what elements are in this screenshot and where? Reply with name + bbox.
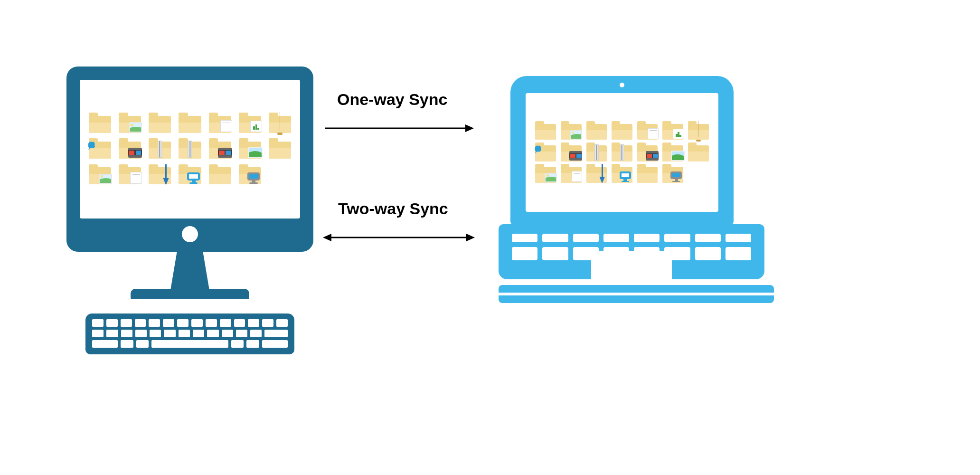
folder-zip-icon [149, 140, 171, 159]
folder-icon [209, 165, 231, 184]
arrow-right-icon [323, 119, 475, 138]
folder-landscape-icon [662, 143, 683, 161]
folder-lamp-icon [688, 122, 709, 140]
folder-video-icon [119, 140, 141, 159]
folder-icon [535, 122, 556, 140]
folder-icon [612, 122, 632, 140]
folder-image-icon [535, 165, 556, 183]
laptop-screen [526, 93, 718, 212]
folder-icon [179, 114, 201, 133]
keyboard-icon [85, 314, 294, 354]
folder-icon [586, 122, 607, 140]
folder-zip-icon [612, 143, 632, 161]
laptop-lid-icon [510, 76, 734, 225]
folder-pc-icon [239, 165, 261, 184]
laptop-computer [499, 76, 745, 303]
laptop-body-icon [499, 224, 764, 279]
folder-download-icon [149, 165, 171, 184]
folder-video-icon [637, 143, 658, 161]
monitor-neck [169, 251, 211, 289]
svg-marker-4 [466, 234, 475, 241]
desktop-computer [66, 66, 313, 354]
svg-marker-1 [465, 124, 474, 132]
folder-screen-icon [612, 165, 632, 183]
monitor-icon [66, 66, 313, 252]
folder-icon [89, 114, 111, 133]
folder-landscape-icon [239, 140, 261, 159]
folder-zip-icon [586, 143, 607, 161]
arrow-bidirectional-icon [323, 228, 475, 247]
folder-download-icon [586, 165, 607, 183]
folder-icon [149, 114, 171, 133]
folder-image-icon [561, 122, 582, 140]
empty-slot [269, 165, 291, 184]
folder-music-icon [535, 143, 556, 161]
folder-icon [269, 140, 291, 159]
svg-marker-3 [323, 234, 331, 241]
folder-document-icon [209, 114, 231, 133]
monitor-screen [80, 80, 300, 218]
folder-icon [637, 165, 658, 183]
two-way-sync-label: Two-way Sync [338, 200, 448, 218]
folder-image-icon [89, 165, 111, 184]
empty-slot [688, 165, 709, 183]
folder-screen-icon [179, 165, 201, 184]
monitor-home-button-icon [182, 226, 198, 242]
folder-zip-icon [179, 140, 201, 159]
folder-pc-icon [662, 165, 683, 183]
folder-chart-icon [239, 114, 261, 133]
folder-document-icon [637, 122, 658, 140]
folder-document-icon [119, 165, 141, 184]
monitor-base [131, 289, 249, 299]
folder-video-icon [209, 140, 231, 159]
desktop-icon-grid [89, 114, 292, 185]
folder-document-icon [561, 165, 582, 183]
laptop-base-icon [499, 285, 774, 303]
laptop-trackpad-icon [591, 251, 672, 279]
laptop-icon-grid [535, 122, 708, 182]
folder-video-icon [561, 143, 582, 161]
folder-chart-icon [662, 122, 683, 140]
folder-lamp-icon [269, 114, 291, 133]
one-way-sync-label: One-way Sync [337, 90, 447, 109]
folder-icon [688, 143, 709, 161]
folder-image-icon [119, 114, 141, 133]
laptop-camera-icon [620, 83, 624, 87]
folder-music-icon [89, 140, 111, 159]
